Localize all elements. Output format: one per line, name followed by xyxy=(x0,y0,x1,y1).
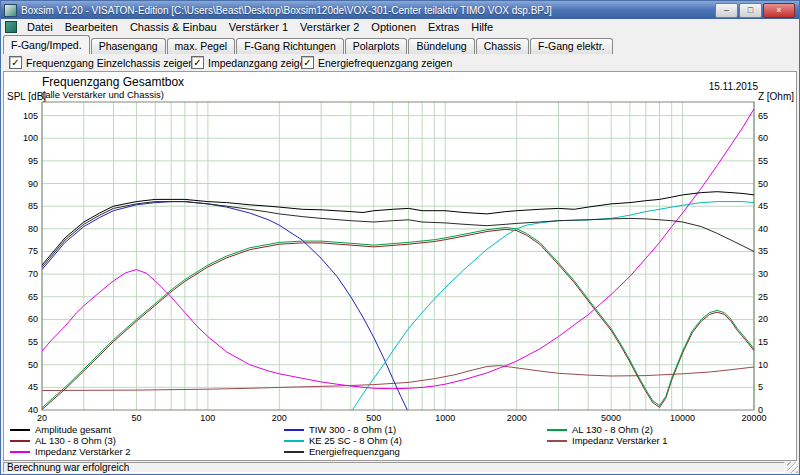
menu-item-verst-rker-2[interactable]: Verstärker 2 xyxy=(294,20,365,34)
legend-item-energiefrequenzgang: Energiefrequenzgang xyxy=(284,446,402,457)
legend-column-3: AL 130 - 8 Ohm (2)Impedanz Verstärker 1 xyxy=(547,424,668,446)
legend-item-amplitude-gesamt: Amplitude gesamt xyxy=(10,424,131,435)
tab-chassis[interactable]: Chassis xyxy=(476,38,529,54)
option-energiefrequenzgang-zeigen: ✓Energiefrequenzgang zeigen xyxy=(301,56,452,69)
svg-text:65: 65 xyxy=(28,292,38,302)
legend-swatch xyxy=(284,440,304,442)
legend-item-tiw-300-8-ohm-1: TIW 300 - 8 Ohm (1) xyxy=(284,424,402,435)
svg-text:50: 50 xyxy=(758,179,768,189)
window-controls: – □ × xyxy=(714,3,795,18)
option-impedanzgang-zeigen: ✓Impedanzgang zeigen xyxy=(191,56,311,69)
tab-max-pegel[interactable]: max. Pegel xyxy=(167,38,236,54)
chart-panel: Frequenzgang Gesamtbox (alle Verstärker … xyxy=(3,71,797,461)
tab-polarplots[interactable]: Polarplots xyxy=(345,38,408,54)
checkbox-icon[interactable]: ✓ xyxy=(301,56,314,69)
checkbox-icon[interactable]: ✓ xyxy=(9,56,22,69)
chart-curves xyxy=(42,109,754,413)
menu-item-datei[interactable]: Datei xyxy=(21,20,59,34)
menu-item-bearbeiten[interactable]: Bearbeiten xyxy=(59,20,124,34)
option-label: Impedanzgang zeigen xyxy=(208,57,311,69)
curve-ke-25-sc-8-ohm-4 xyxy=(351,202,754,413)
svg-text:100: 100 xyxy=(23,133,38,143)
close-button[interactable]: × xyxy=(763,3,795,18)
svg-text:1000: 1000 xyxy=(435,413,455,422)
maximize-button[interactable]: □ xyxy=(739,3,762,18)
curve-impedanz-verst-rker-2 xyxy=(42,109,754,389)
svg-text:100: 100 xyxy=(200,413,215,422)
legend-label: AL 130 - 8 Ohm (3) xyxy=(35,435,116,446)
legend-column-1: Amplitude gesamtAL 130 - 8 Ohm (3)Impeda… xyxy=(10,424,131,457)
tab-f-gang-richtungen[interactable]: F-Gang Richtungen xyxy=(236,38,344,54)
legend-label: Impedanz Verstärker 1 xyxy=(572,435,668,446)
legend-item-ke-25-sc-8-ohm-4: KE 25 SC - 8 Ohm (4) xyxy=(284,435,402,446)
svg-text:5: 5 xyxy=(758,382,763,392)
menu-item-optionen[interactable]: Optionen xyxy=(365,20,422,34)
legend-item-al-130-8-ohm-3: AL 130 - 8 Ohm (3) xyxy=(10,435,131,446)
svg-text:35: 35 xyxy=(758,246,768,256)
svg-text:50: 50 xyxy=(28,360,38,370)
svg-text:55: 55 xyxy=(758,156,768,166)
resize-grip-icon[interactable] xyxy=(787,462,798,473)
legend-item-al-130-8-ohm-2: AL 130 - 8 Ohm (2) xyxy=(547,424,668,435)
menu-item-extras[interactable]: Extras xyxy=(422,20,465,34)
svg-text:20000: 20000 xyxy=(741,413,766,422)
svg-text:65: 65 xyxy=(758,111,768,121)
option-frequenzgang-einzelchassis-zeigen: ✓Frequenzgang Einzelchassis zeigen xyxy=(9,56,194,69)
legend-item-impedanz-verst-rker-1: Impedanz Verstärker 1 xyxy=(547,435,668,446)
curve-impedanz-verst-rker-1 xyxy=(42,366,754,391)
options-bar: ✓Frequenzgang Einzelchassis zeigen✓Imped… xyxy=(1,54,799,70)
legend-swatch xyxy=(547,440,567,442)
minimize-button[interactable]: – xyxy=(715,3,738,18)
svg-text:20: 20 xyxy=(758,314,768,324)
menu-item-verst-rker-1[interactable]: Verstärker 1 xyxy=(223,20,294,34)
svg-text:45: 45 xyxy=(758,201,768,211)
option-label: Frequenzgang Einzelchassis zeigen xyxy=(26,57,194,69)
svg-text:40: 40 xyxy=(758,224,768,234)
svg-text:200: 200 xyxy=(272,413,287,422)
legend-label: Impedanz Verstärker 2 xyxy=(35,446,131,457)
tab-phasengang[interactable]: Phasengang xyxy=(91,38,166,54)
checkbox-icon[interactable]: ✓ xyxy=(191,56,204,69)
tab-f-gang-imped[interactable]: F-Gang/Imped. xyxy=(3,35,90,54)
svg-text:105: 105 xyxy=(23,111,38,121)
legend-column-2: TIW 300 - 8 Ohm (1)KE 25 SC - 8 Ohm (4)E… xyxy=(284,424,402,457)
svg-text:95: 95 xyxy=(28,156,38,166)
legend-swatch xyxy=(10,440,30,442)
status-message: Berechnung war erfolgreich xyxy=(3,462,785,473)
svg-text:50: 50 xyxy=(131,413,141,422)
legend-swatch xyxy=(284,451,304,453)
legend-label: KE 25 SC - 8 Ohm (4) xyxy=(309,435,402,446)
svg-text:70: 70 xyxy=(28,269,38,279)
option-label: Energiefrequenzgang zeigen xyxy=(318,57,452,69)
svg-text:10: 10 xyxy=(758,360,768,370)
tab-b-ndelung[interactable]: Bündelung xyxy=(408,38,474,54)
title-bar[interactable]: Boxsim V1.20 - VISATON-Edition [C:\Users… xyxy=(1,1,799,19)
svg-text:5000: 5000 xyxy=(601,413,621,422)
legend-label: AL 130 - 8 Ohm (2) xyxy=(572,424,653,435)
app-icon xyxy=(4,4,17,17)
legend-swatch xyxy=(547,429,567,431)
curve-tiw-300-8-ohm-1 xyxy=(42,202,409,413)
menu-item-chassis-einbau[interactable]: Chassis & Einbau xyxy=(124,20,223,34)
svg-text:10000: 10000 xyxy=(670,413,695,422)
svg-text:80: 80 xyxy=(28,224,38,234)
svg-text:45: 45 xyxy=(28,382,38,392)
child-window-icon[interactable] xyxy=(5,21,17,33)
legend-label: TIW 300 - 8 Ohm (1) xyxy=(309,424,396,435)
status-bar: Berechnung war erfolgreich xyxy=(1,461,799,474)
svg-text:2000: 2000 xyxy=(507,413,527,422)
legend-item-impedanz-verst-rker-2: Impedanz Verstärker 2 xyxy=(10,446,131,457)
svg-text:90: 90 xyxy=(28,179,38,189)
tab-bar: F-Gang/Imped.Phasengangmax. PegelF-Gang … xyxy=(1,35,799,54)
legend-swatch xyxy=(10,451,30,453)
chart-legend: Amplitude gesamtAL 130 - 8 Ohm (3)Impeda… xyxy=(4,424,796,460)
svg-text:500: 500 xyxy=(366,413,381,422)
menu-item-hilfe[interactable]: Hilfe xyxy=(465,20,499,34)
menu-bar: DateiBearbeitenChassis & EinbauVerstärke… xyxy=(1,19,799,36)
curve-al-130-8-ohm-2 xyxy=(42,228,754,408)
svg-text:20: 20 xyxy=(37,413,47,422)
legend-swatch xyxy=(284,429,304,431)
tab-f-gang-elektr[interactable]: F-Gang elektr. xyxy=(530,38,613,54)
legend-swatch xyxy=(10,429,30,431)
legend-label: Amplitude gesamt xyxy=(35,424,111,435)
